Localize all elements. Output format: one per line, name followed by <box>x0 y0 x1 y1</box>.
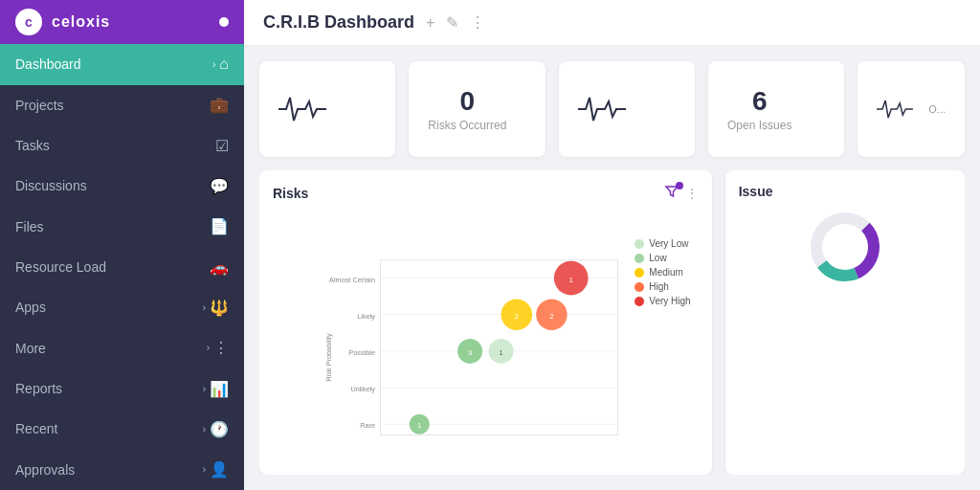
dashboard-body: 0 Risks Occurred 6 Open Issues O... <box>244 46 980 490</box>
legend-item-very-low: Very Low <box>635 238 690 249</box>
svg-text:3: 3 <box>468 348 473 357</box>
svg-text:Rare: Rare <box>360 421 375 430</box>
risks-chart-header: Risks ⋮ <box>273 184 699 202</box>
main-content: C.R.I.B Dashboard + ✎ ⋮ 0 Risks Occurred <box>244 0 980 490</box>
bubble-chart: Almost Certain Likely Possible Unlikely … <box>273 210 699 458</box>
projects-icon: 💼 <box>210 96 229 114</box>
issues-count: 6 <box>727 86 791 117</box>
header-dot <box>219 17 229 27</box>
apps-icon: 🔱 <box>210 299 229 317</box>
legend-item-low: Low <box>635 253 690 263</box>
approvals-icon: 👤 <box>210 460 229 479</box>
stat-card-wave-2 <box>559 61 695 157</box>
stat-card-risks: 0 Risks Occurred <box>409 61 545 157</box>
svg-text:Unlikely: Unlikely <box>350 385 375 393</box>
legend-item-medium: Medium <box>635 267 690 278</box>
more-options-icon[interactable]: ⋮ <box>685 186 699 201</box>
sidebar-item-label: Dashboard <box>15 56 212 72</box>
filter-icon <box>664 184 679 199</box>
stat-partial-label: O... <box>928 103 946 115</box>
stat-card-issues: 6 Open Issues <box>708 61 844 157</box>
sidebar-item-label: Files <box>15 219 210 234</box>
issues-label: Open Issues <box>727 119 791 132</box>
add-button[interactable]: + <box>426 14 434 32</box>
medium-color <box>635 268 644 278</box>
svg-text:Risk Probability: Risk Probability <box>324 333 333 382</box>
recent-icon: 🕐 <box>210 420 229 438</box>
sidebar-item-tasks[interactable]: Tasks ☑ <box>0 125 244 166</box>
risks-chart-card: Risks ⋮ Almost Certain <box>259 170 712 475</box>
very-high-label: Very High <box>649 296 690 306</box>
chevron-right-icon: › <box>203 424 206 434</box>
chevron-right-icon: › <box>203 384 206 394</box>
chevron-right-icon: › <box>203 464 206 475</box>
svg-text:2: 2 <box>515 312 520 321</box>
risks-count: 0 <box>428 86 506 117</box>
sidebar-item-approvals[interactable]: Approvals › 👤 <box>0 450 244 490</box>
svg-text:Almost Certain: Almost Certain <box>329 276 375 284</box>
sidebar-item-apps[interactable]: Apps › 🔱 <box>0 287 244 327</box>
sidebar: c celoxis Dashboard › ⌂ Projects 💼 Tasks… <box>0 0 244 490</box>
stat-cards-row: 0 Risks Occurred 6 Open Issues O... <box>259 61 965 157</box>
high-color <box>635 282 644 292</box>
sidebar-item-more[interactable]: More › ⋮ <box>0 328 244 368</box>
sidebar-item-label: Apps <box>15 300 203 315</box>
svg-text:Likely: Likely <box>357 312 375 321</box>
sidebar-item-label: Recent <box>15 421 203 436</box>
issues-chart-title: Issue <box>739 184 951 199</box>
sidebar-item-label: Reports <box>15 381 203 396</box>
edit-button[interactable]: ✎ <box>446 13 458 32</box>
sidebar-item-label: More <box>15 341 207 356</box>
sidebar-header: c celoxis <box>0 0 244 44</box>
risks-chart-title: Risks <box>273 186 664 201</box>
sidebar-item-files[interactable]: Files 📄 <box>0 207 244 247</box>
very-low-color <box>635 239 644 249</box>
files-icon: 📄 <box>210 217 229 235</box>
sidebar-item-label: Resource Load <box>15 259 210 275</box>
issues-donut <box>739 209 951 285</box>
sidebar-item-dashboard[interactable]: Dashboard › ⌂ <box>0 44 244 84</box>
logo-text: celoxis <box>52 13 110 31</box>
more-options-button[interactable]: ⋮ <box>470 13 485 32</box>
waveform-icon-3 <box>877 92 913 126</box>
chevron-right-icon: › <box>212 59 215 70</box>
issues-donut-svg <box>807 209 883 285</box>
logo-icon: c <box>15 9 42 35</box>
charts-row: Risks ⋮ Almost Certain <box>259 170 965 475</box>
very-low-label: Very Low <box>649 238 688 249</box>
stat-card-wave-1 <box>259 61 395 157</box>
sidebar-item-projects[interactable]: Projects 💼 <box>0 85 244 125</box>
issues-chart-card: Issue <box>725 170 965 475</box>
sidebar-item-recent[interactable]: Recent › 🕐 <box>0 409 244 449</box>
sidebar-item-discussions[interactable]: Discussions 💬 <box>0 166 244 206</box>
chart-actions: ⋮ <box>664 184 699 202</box>
waveform-icon-2 <box>578 92 626 126</box>
chevron-right-icon: › <box>203 302 206 313</box>
chart-legend: Very Low Low Medium High <box>635 238 690 306</box>
svg-text:Possible: Possible <box>348 348 375 357</box>
sidebar-item-reports[interactable]: Reports › 📊 <box>0 368 244 409</box>
chevron-right-icon: › <box>207 343 210 353</box>
low-color <box>635 254 644 263</box>
more-icon: ⋮ <box>213 339 229 357</box>
svg-text:1: 1 <box>568 276 573 284</box>
low-label: Low <box>649 253 666 263</box>
legend-item-high: High <box>635 281 690 292</box>
page-title: C.R.I.B Dashboard <box>263 12 414 33</box>
issues-stat-info: 6 Open Issues <box>727 86 791 132</box>
sidebar-item-label: Approvals <box>15 462 203 478</box>
tasks-icon: ☑ <box>215 137 229 155</box>
high-label: High <box>649 281 669 292</box>
topbar: C.R.I.B Dashboard + ✎ ⋮ <box>244 0 980 46</box>
resource-load-icon: 🚗 <box>210 258 229 277</box>
stat-card-wave-3: O... <box>858 61 965 157</box>
svg-text:2: 2 <box>549 312 554 321</box>
medium-label: Medium <box>649 267 683 278</box>
sidebar-item-label: Projects <box>15 98 210 113</box>
sidebar-item-label: Tasks <box>15 138 215 153</box>
sidebar-item-resource-load[interactable]: Resource Load 🚗 <box>0 247 244 287</box>
svg-text:1: 1 <box>417 421 422 430</box>
discussions-icon: 💬 <box>210 177 229 195</box>
legend-item-very-high: Very High <box>635 296 690 306</box>
filter-button[interactable] <box>664 184 679 202</box>
